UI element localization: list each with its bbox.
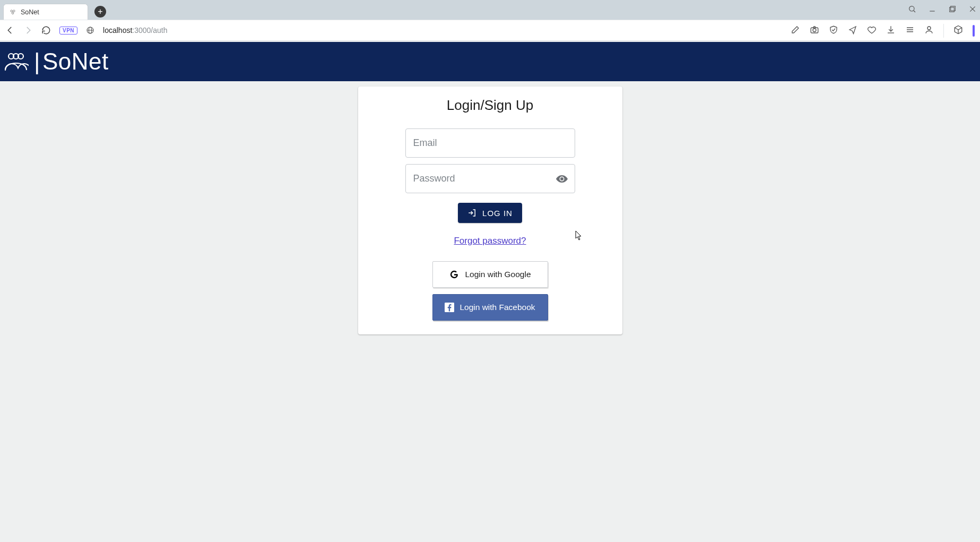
svg-rect-6 bbox=[951, 6, 956, 11]
forward-button[interactable] bbox=[23, 25, 33, 35]
login-button[interactable]: LOG IN bbox=[458, 203, 522, 223]
forgot-password-link[interactable]: Forgot password? bbox=[454, 236, 526, 246]
url-display[interactable]: localhost:3000/auth bbox=[103, 26, 167, 35]
profile-icon[interactable] bbox=[924, 25, 934, 37]
window-controls bbox=[908, 0, 977, 20]
reload-button[interactable] bbox=[41, 25, 51, 35]
svg-point-1 bbox=[13, 10, 15, 12]
svg-point-19 bbox=[927, 27, 931, 30]
vpn-badge[interactable]: VPN bbox=[59, 27, 77, 35]
edit-icon[interactable] bbox=[791, 25, 800, 37]
svg-point-2 bbox=[12, 12, 14, 14]
tab-strip: SoNet + bbox=[0, 0, 980, 20]
toolbar-separator bbox=[943, 24, 944, 38]
close-icon[interactable] bbox=[968, 5, 977, 15]
list-icon[interactable] bbox=[905, 25, 915, 37]
globe-icon[interactable] bbox=[86, 26, 94, 35]
facebook-icon bbox=[445, 303, 454, 312]
app-brand-text: SoNet bbox=[42, 48, 109, 75]
address-bar: VPN localhost:3000/auth bbox=[0, 20, 980, 41]
maximize-icon[interactable] bbox=[948, 5, 957, 15]
browser-tab-active[interactable]: SoNet bbox=[3, 4, 88, 20]
page-viewport: |SoNet Login/Sign Up LOG IN Forgot passw… bbox=[0, 42, 980, 542]
url-path: :3000/auth bbox=[132, 26, 167, 35]
browser-chrome: SoNet + VPN bbox=[0, 0, 980, 42]
camera-icon[interactable] bbox=[810, 25, 819, 37]
email-field-wrapper[interactable] bbox=[405, 128, 575, 158]
password-field[interactable] bbox=[413, 173, 567, 184]
email-field[interactable] bbox=[413, 137, 567, 149]
login-icon bbox=[467, 208, 477, 218]
new-tab-button[interactable]: + bbox=[94, 6, 106, 18]
send-icon[interactable] bbox=[848, 25, 857, 37]
heart-icon[interactable] bbox=[867, 25, 877, 37]
google-button-label: Login with Google bbox=[465, 270, 531, 279]
auth-card: Login/Sign Up LOG IN Forgot password? bbox=[358, 87, 622, 334]
eye-icon bbox=[556, 173, 568, 185]
download-icon[interactable] bbox=[886, 25, 896, 37]
plus-icon: + bbox=[98, 7, 102, 16]
facebook-button-label: Login with Facebook bbox=[459, 303, 535, 312]
search-icon[interactable] bbox=[908, 5, 916, 15]
svg-point-0 bbox=[11, 10, 13, 12]
app-logo-icon bbox=[3, 49, 29, 74]
app-header: |SoNet bbox=[0, 42, 980, 81]
svg-rect-7 bbox=[950, 7, 955, 12]
tab-title: SoNet bbox=[21, 8, 39, 16]
sidebar-handle[interactable] bbox=[973, 25, 975, 37]
minimize-icon[interactable] bbox=[928, 5, 936, 15]
toggle-password-visibility-button[interactable] bbox=[556, 173, 568, 185]
svg-line-4 bbox=[914, 11, 915, 12]
auth-card-title: Login/Sign Up bbox=[447, 97, 533, 114]
cube-icon[interactable] bbox=[953, 25, 963, 37]
login-with-facebook-button[interactable]: Login with Facebook bbox=[432, 294, 548, 321]
toolbar-right bbox=[791, 20, 975, 41]
url-host: localhost bbox=[103, 26, 132, 35]
back-button[interactable] bbox=[5, 25, 15, 35]
google-icon bbox=[449, 269, 459, 280]
shield-icon[interactable] bbox=[829, 25, 838, 37]
svg-point-3 bbox=[909, 6, 914, 11]
login-with-google-button[interactable]: Login with Google bbox=[432, 261, 548, 288]
svg-point-14 bbox=[813, 29, 816, 32]
login-button-label: LOG IN bbox=[482, 209, 513, 218]
password-field-wrapper[interactable] bbox=[405, 164, 575, 193]
tab-favicon-icon bbox=[9, 8, 16, 16]
app-brand: |SoNet bbox=[34, 48, 109, 75]
